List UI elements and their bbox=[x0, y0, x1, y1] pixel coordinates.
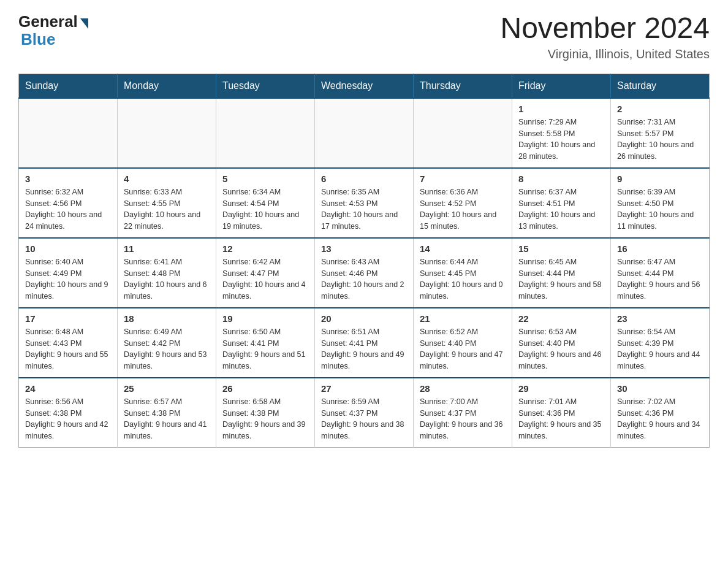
calendar-cell: 24Sunrise: 6:56 AM Sunset: 4:38 PM Dayli… bbox=[19, 378, 118, 448]
day-number: 19 bbox=[222, 313, 308, 324]
day-info: Sunrise: 6:52 AM Sunset: 4:40 PM Dayligh… bbox=[420, 326, 506, 372]
calendar-cell: 3Sunrise: 6:32 AM Sunset: 4:56 PM Daylig… bbox=[19, 168, 118, 238]
day-info: Sunrise: 6:37 AM Sunset: 4:51 PM Dayligh… bbox=[518, 186, 604, 232]
day-info: Sunrise: 6:50 AM Sunset: 4:41 PM Dayligh… bbox=[222, 326, 308, 372]
day-number: 14 bbox=[420, 243, 506, 254]
calendar-cell: 14Sunrise: 6:44 AM Sunset: 4:45 PM Dayli… bbox=[414, 238, 512, 308]
calendar-week-5: 24Sunrise: 6:56 AM Sunset: 4:38 PM Dayli… bbox=[19, 378, 710, 448]
calendar-cell: 17Sunrise: 6:48 AM Sunset: 4:43 PM Dayli… bbox=[19, 308, 118, 378]
calendar-cell: 19Sunrise: 6:50 AM Sunset: 4:41 PM Dayli… bbox=[216, 308, 315, 378]
day-number: 11 bbox=[124, 243, 210, 254]
day-number: 25 bbox=[124, 383, 210, 394]
calendar-cell bbox=[19, 98, 118, 168]
weekday-header-wednesday: Wednesday bbox=[315, 74, 414, 98]
calendar-cell: 6Sunrise: 6:35 AM Sunset: 4:53 PM Daylig… bbox=[315, 168, 414, 238]
day-info: Sunrise: 7:01 AM Sunset: 4:36 PM Dayligh… bbox=[518, 396, 604, 442]
weekday-header-sunday: Sunday bbox=[19, 74, 118, 98]
day-info: Sunrise: 6:32 AM Sunset: 4:56 PM Dayligh… bbox=[25, 186, 111, 232]
calendar-cell: 29Sunrise: 7:01 AM Sunset: 4:36 PM Dayli… bbox=[512, 378, 611, 448]
weekday-header-friday: Friday bbox=[512, 74, 611, 98]
day-number: 15 bbox=[518, 243, 604, 254]
day-number: 20 bbox=[321, 313, 407, 324]
calendar-cell: 1Sunrise: 7:29 AM Sunset: 5:58 PM Daylig… bbox=[512, 98, 611, 168]
calendar-cell: 15Sunrise: 6:45 AM Sunset: 4:44 PM Dayli… bbox=[512, 238, 611, 308]
day-info: Sunrise: 6:41 AM Sunset: 4:48 PM Dayligh… bbox=[124, 256, 210, 302]
day-info: Sunrise: 6:39 AM Sunset: 4:50 PM Dayligh… bbox=[617, 186, 703, 232]
day-info: Sunrise: 6:58 AM Sunset: 4:38 PM Dayligh… bbox=[222, 396, 308, 442]
day-info: Sunrise: 6:56 AM Sunset: 4:38 PM Dayligh… bbox=[25, 396, 111, 442]
day-number: 23 bbox=[617, 313, 703, 324]
day-info: Sunrise: 6:40 AM Sunset: 4:49 PM Dayligh… bbox=[25, 256, 111, 302]
calendar-week-2: 3Sunrise: 6:32 AM Sunset: 4:56 PM Daylig… bbox=[19, 168, 710, 238]
day-info: Sunrise: 6:33 AM Sunset: 4:55 PM Dayligh… bbox=[124, 186, 210, 232]
logo-blue-text: Blue bbox=[21, 30, 55, 49]
day-number: 26 bbox=[222, 383, 308, 394]
day-number: 2 bbox=[617, 104, 703, 114]
calendar-cell: 23Sunrise: 6:54 AM Sunset: 4:39 PM Dayli… bbox=[611, 308, 710, 378]
day-info: Sunrise: 6:43 AM Sunset: 4:46 PM Dayligh… bbox=[321, 256, 407, 302]
page-title: November 2024 bbox=[500, 12, 710, 45]
day-info: Sunrise: 6:34 AM Sunset: 4:54 PM Dayligh… bbox=[222, 186, 308, 232]
calendar-cell: 18Sunrise: 6:49 AM Sunset: 4:42 PM Dayli… bbox=[118, 308, 216, 378]
day-number: 8 bbox=[518, 174, 604, 184]
calendar-cell: 2Sunrise: 7:31 AM Sunset: 5:57 PM Daylig… bbox=[611, 98, 710, 168]
calendar-week-4: 17Sunrise: 6:48 AM Sunset: 4:43 PM Dayli… bbox=[19, 308, 710, 378]
weekday-header-thursday: Thursday bbox=[414, 74, 512, 98]
day-info: Sunrise: 6:42 AM Sunset: 4:47 PM Dayligh… bbox=[222, 256, 308, 302]
day-info: Sunrise: 6:45 AM Sunset: 4:44 PM Dayligh… bbox=[518, 256, 604, 302]
day-info: Sunrise: 7:00 AM Sunset: 4:37 PM Dayligh… bbox=[420, 396, 506, 442]
day-number: 13 bbox=[321, 243, 407, 254]
day-info: Sunrise: 6:36 AM Sunset: 4:52 PM Dayligh… bbox=[420, 186, 506, 232]
day-info: Sunrise: 6:44 AM Sunset: 4:45 PM Dayligh… bbox=[420, 256, 506, 302]
day-info: Sunrise: 7:31 AM Sunset: 5:57 PM Dayligh… bbox=[617, 117, 703, 163]
calendar-week-1: 1Sunrise: 7:29 AM Sunset: 5:58 PM Daylig… bbox=[19, 98, 710, 168]
day-info: Sunrise: 6:59 AM Sunset: 4:37 PM Dayligh… bbox=[321, 396, 407, 442]
day-info: Sunrise: 7:02 AM Sunset: 4:36 PM Dayligh… bbox=[617, 396, 703, 442]
weekday-header-saturday: Saturday bbox=[611, 74, 710, 98]
day-number: 16 bbox=[617, 243, 703, 254]
day-number: 30 bbox=[617, 383, 703, 394]
day-number: 29 bbox=[518, 383, 604, 394]
calendar-cell: 21Sunrise: 6:52 AM Sunset: 4:40 PM Dayli… bbox=[414, 308, 512, 378]
calendar-cell: 9Sunrise: 6:39 AM Sunset: 4:50 PM Daylig… bbox=[611, 168, 710, 238]
calendar-cell: 5Sunrise: 6:34 AM Sunset: 4:54 PM Daylig… bbox=[216, 168, 315, 238]
day-number: 24 bbox=[25, 383, 111, 394]
day-number: 3 bbox=[25, 174, 111, 184]
calendar-cell: 25Sunrise: 6:57 AM Sunset: 4:38 PM Dayli… bbox=[118, 378, 216, 448]
day-info: Sunrise: 6:53 AM Sunset: 4:40 PM Dayligh… bbox=[518, 326, 604, 372]
day-number: 12 bbox=[222, 243, 308, 254]
page-header: General Blue November 2024 Virginia, Ill… bbox=[18, 12, 710, 61]
calendar-week-3: 10Sunrise: 6:40 AM Sunset: 4:49 PM Dayli… bbox=[19, 238, 710, 308]
calendar-cell bbox=[118, 98, 216, 168]
calendar-cell: 10Sunrise: 6:40 AM Sunset: 4:49 PM Dayli… bbox=[19, 238, 118, 308]
calendar-cell: 22Sunrise: 6:53 AM Sunset: 4:40 PM Dayli… bbox=[512, 308, 611, 378]
day-number: 18 bbox=[124, 313, 210, 324]
calendar-cell: 11Sunrise: 6:41 AM Sunset: 4:48 PM Dayli… bbox=[118, 238, 216, 308]
calendar-cell: 7Sunrise: 6:36 AM Sunset: 4:52 PM Daylig… bbox=[414, 168, 512, 238]
day-number: 22 bbox=[518, 313, 604, 324]
day-number: 7 bbox=[420, 174, 506, 184]
page-subtitle: Virginia, Illinois, United States bbox=[500, 47, 710, 61]
day-info: Sunrise: 6:49 AM Sunset: 4:42 PM Dayligh… bbox=[124, 326, 210, 372]
day-number: 1 bbox=[518, 104, 604, 114]
calendar-cell: 27Sunrise: 6:59 AM Sunset: 4:37 PM Dayli… bbox=[315, 378, 414, 448]
day-number: 21 bbox=[420, 313, 506, 324]
calendar-cell: 20Sunrise: 6:51 AM Sunset: 4:41 PM Dayli… bbox=[315, 308, 414, 378]
calendar-table: SundayMondayTuesdayWednesdayThursdayFrid… bbox=[18, 74, 710, 448]
day-number: 10 bbox=[25, 243, 111, 254]
calendar-cell: 12Sunrise: 6:42 AM Sunset: 4:47 PM Dayli… bbox=[216, 238, 315, 308]
day-info: Sunrise: 6:57 AM Sunset: 4:38 PM Dayligh… bbox=[124, 396, 210, 442]
calendar-cell bbox=[216, 98, 315, 168]
title-section: November 2024 Virginia, Illinois, United… bbox=[500, 12, 710, 61]
day-info: Sunrise: 6:35 AM Sunset: 4:53 PM Dayligh… bbox=[321, 186, 407, 232]
weekday-header-monday: Monday bbox=[118, 74, 216, 98]
calendar-cell: 28Sunrise: 7:00 AM Sunset: 4:37 PM Dayli… bbox=[414, 378, 512, 448]
calendar-cell bbox=[414, 98, 512, 168]
calendar-cell: 30Sunrise: 7:02 AM Sunset: 4:36 PM Dayli… bbox=[611, 378, 710, 448]
logo: General Blue bbox=[18, 12, 88, 49]
day-number: 28 bbox=[420, 383, 506, 394]
day-info: Sunrise: 7:29 AM Sunset: 5:58 PM Dayligh… bbox=[518, 117, 604, 163]
logo-general-text: General bbox=[18, 12, 78, 31]
calendar-cell: 26Sunrise: 6:58 AM Sunset: 4:38 PM Dayli… bbox=[216, 378, 315, 448]
day-number: 6 bbox=[321, 174, 407, 184]
